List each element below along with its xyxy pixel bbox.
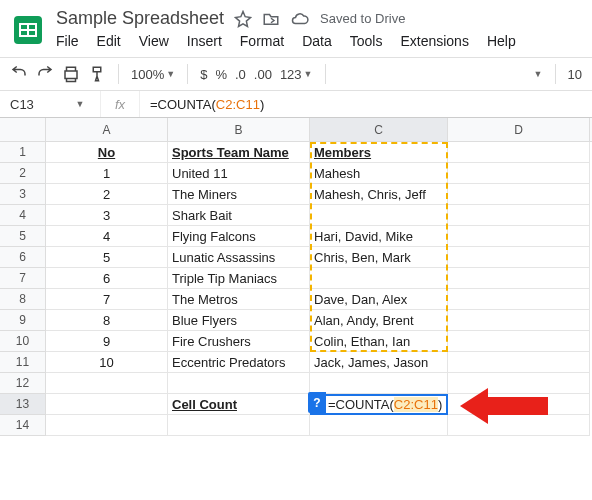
select-all-corner[interactable] [0,118,46,141]
cell[interactable]: 4 [46,226,168,247]
row-header[interactable]: 9 [0,310,46,331]
sheets-logo-icon[interactable] [10,12,46,48]
menu-help[interactable]: Help [487,33,516,49]
row-header[interactable]: 8 [0,289,46,310]
cell[interactable]: 10 [46,352,168,373]
font-dropdown-icon[interactable]: ▼ [534,69,543,79]
cell[interactable] [46,394,168,415]
row-header[interactable]: 14 [0,415,46,436]
cell[interactable] [310,415,448,436]
row-header[interactable]: 6 [0,247,46,268]
doc-title[interactable]: Sample Spreadsheet [56,8,224,29]
row-header[interactable]: 5 [0,226,46,247]
cell[interactable] [448,331,590,352]
name-box-dropdown-icon[interactable]: ▼ [60,99,100,109]
menu-extensions[interactable]: Extensions [400,33,468,49]
star-icon[interactable] [234,10,252,28]
cell[interactable] [448,205,590,226]
col-header-c[interactable]: C [310,118,448,141]
cell[interactable]: Flying Falcons [168,226,310,247]
row-header[interactable]: 7 [0,268,46,289]
cell[interactable]: Cell Count [168,394,310,415]
cell[interactable]: Members [310,142,448,163]
row-header[interactable]: 11 [0,352,46,373]
cell[interactable]: 6 [46,268,168,289]
cell[interactable]: United 11 [168,163,310,184]
cell[interactable]: Shark Bait [168,205,310,226]
cell[interactable]: Triple Tip Maniacs [168,268,310,289]
menu-file[interactable]: File [56,33,79,49]
cell[interactable]: 7 [46,289,168,310]
cell[interactable] [310,373,448,394]
cell[interactable] [448,247,590,268]
cell[interactable]: Mahesh [310,163,448,184]
formula-input[interactable]: =COUNTA(C2:C11) [140,97,264,112]
cell[interactable]: 9 [46,331,168,352]
number-format-select[interactable]: 123▼ [280,67,313,82]
cell[interactable]: Colin, Ethan, Ian [310,331,448,352]
percent-button[interactable]: % [215,67,227,82]
decrease-decimal-button[interactable]: .0 [235,67,246,82]
increase-decimal-button[interactable]: .00 [254,67,272,82]
cell[interactable]: Mahesh, Chris, Jeff [310,184,448,205]
currency-button[interactable]: $ [200,67,207,82]
cell[interactable]: Eccentric Predators [168,352,310,373]
row-header[interactable]: 10 [0,331,46,352]
row-header[interactable]: 1 [0,142,46,163]
cell[interactable]: 8 [46,310,168,331]
col-header-a[interactable]: A [46,118,168,141]
formula-hint-icon[interactable]: ? [308,392,326,413]
menu-data[interactable]: Data [302,33,332,49]
cell[interactable]: The Metros [168,289,310,310]
cell[interactable] [448,289,590,310]
cell[interactable]: 2 [46,184,168,205]
menu-view[interactable]: View [139,33,169,49]
spreadsheet-grid[interactable]: A B C D 1NoSports Team NameMembers21Unit… [0,118,592,436]
cell[interactable]: 1 [46,163,168,184]
col-header-d[interactable]: D [448,118,590,141]
row-header[interactable]: 4 [0,205,46,226]
font-size-input[interactable]: 10 [568,67,582,82]
menu-tools[interactable]: Tools [350,33,383,49]
cell[interactable] [448,310,590,331]
cell[interactable]: Jack, James, Jason [310,352,448,373]
col-header-b[interactable]: B [168,118,310,141]
cell[interactable] [168,373,310,394]
row-header[interactable]: 12 [0,373,46,394]
cell[interactable] [46,373,168,394]
row-header[interactable]: 13 [0,394,46,415]
cell[interactable]: Fire Crushers [168,331,310,352]
cell[interactable] [310,205,448,226]
cell[interactable]: Blue Flyers [168,310,310,331]
cell[interactable] [168,415,310,436]
menu-edit[interactable]: Edit [97,33,121,49]
cell[interactable] [448,184,590,205]
cell[interactable] [448,142,590,163]
cell[interactable]: No [46,142,168,163]
cell[interactable] [310,268,448,289]
active-cell[interactable]: ? =COUNTA(C2:C11) [310,394,448,415]
menu-insert[interactable]: Insert [187,33,222,49]
cell[interactable]: Chris, Ben, Mark [310,247,448,268]
cell[interactable]: Dave, Dan, Alex [310,289,448,310]
row-header[interactable]: 2 [0,163,46,184]
cell[interactable] [448,163,590,184]
cell[interactable]: Hari, David, Mike [310,226,448,247]
cell[interactable] [448,226,590,247]
name-box[interactable]: C13 [0,97,60,112]
cell[interactable] [448,268,590,289]
cell[interactable]: Sports Team Name [168,142,310,163]
menu-format[interactable]: Format [240,33,284,49]
cell[interactable]: The Miners [168,184,310,205]
print-icon[interactable] [62,65,80,83]
cell[interactable] [448,352,590,373]
cell[interactable]: Lunatic Assassins [168,247,310,268]
move-icon[interactable] [262,10,280,28]
paint-format-icon[interactable] [88,65,106,83]
cell[interactable]: Alan, Andy, Brent [310,310,448,331]
cell[interactable]: 3 [46,205,168,226]
row-header[interactable]: 3 [0,184,46,205]
zoom-select[interactable]: 100%▼ [131,67,175,82]
cell[interactable] [46,415,168,436]
cell[interactable]: 5 [46,247,168,268]
